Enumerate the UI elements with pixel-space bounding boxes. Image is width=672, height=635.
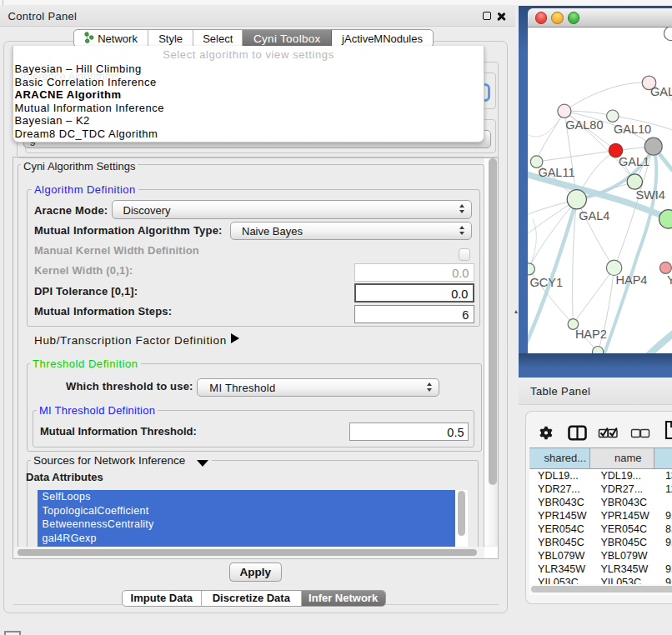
- svg-text:GAL80: GAL80: [565, 118, 603, 132]
- svg-text:Y: Y: [667, 273, 672, 287]
- svg-text:SWI4: SWI4: [635, 188, 664, 202]
- svg-text:GAL1: GAL1: [619, 155, 649, 168]
- svg-text:HAP4: HAP4: [615, 273, 647, 287]
- svg-text:GAL10: GAL10: [614, 122, 651, 136]
- svg-text:GAL4: GAL4: [579, 209, 609, 222]
- svg-text:GAL11: GAL11: [538, 166, 574, 179]
- svg-text:GCY1: GCY1: [529, 276, 563, 289]
- svg-text:HAP2: HAP2: [575, 328, 607, 341]
- svg-text:GAL: GAL: [650, 85, 672, 98]
